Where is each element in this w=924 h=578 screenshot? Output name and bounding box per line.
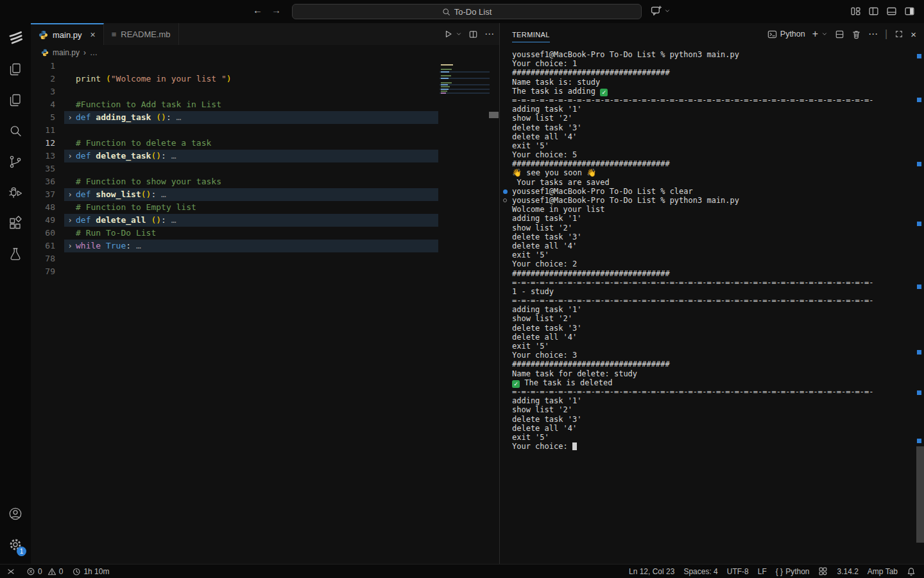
settings-gear-icon[interactable]: 1 <box>0 529 31 560</box>
line-number: 5 <box>31 111 64 124</box>
fold-chevron-icon[interactable]: › <box>64 150 76 162</box>
terminal-line: Your choice: 1 <box>501 59 916 68</box>
terminal-line: Your choice: 2 <box>501 259 916 268</box>
split-editor-icon[interactable] <box>468 30 478 39</box>
terminal-line: exit '5' <box>501 250 916 259</box>
code-line[interactable]: 3 <box>31 85 499 98</box>
terminal-line: Your choice: 5 <box>501 150 916 159</box>
split-terminal-icon[interactable] <box>835 30 844 39</box>
maximize-panel-icon[interactable] <box>894 30 903 39</box>
customize-layout-icon[interactable] <box>850 6 861 17</box>
terminal-line: =-=-=-=-=-=-=-=-=-=-=-=-=-=-=-=-=-=-=-=-… <box>501 296 916 305</box>
terminal-line: delete task '3' <box>501 123 916 132</box>
breadcrumb-file[interactable]: main.py <box>53 48 80 57</box>
amp-tab[interactable]: Amp Tab <box>863 565 902 578</box>
cursor-position[interactable]: Ln 12, Col 23 <box>624 565 679 578</box>
terminal-line: Your choice: <box>501 442 916 451</box>
command-center-search[interactable]: To-Do List <box>292 4 642 19</box>
titlebar: ← → To-Do List <box>0 0 924 23</box>
problems-indicator[interactable]: 0 0 <box>22 565 67 578</box>
terminal-output[interactable]: youssef1@MacBook-Pro To-Do List % python… <box>501 50 916 564</box>
markdown-icon: ≡ <box>112 30 117 39</box>
new-terminal-icon[interactable]: + <box>812 28 818 40</box>
fold-chevron-icon[interactable]: › <box>64 188 76 201</box>
tab-label: README.mb <box>121 30 170 39</box>
close-panel-icon[interactable]: × <box>911 29 916 40</box>
terminal-line: =-=-=-=-=-=-=-=-=-=-=-=-=-=-=-=-=-=-=-=-… <box>501 387 916 396</box>
code-line[interactable]: 2print ("Wolcome in your list ") <box>31 73 499 85</box>
breadcrumb[interactable]: main.py › … <box>31 45 499 60</box>
chat-icon[interactable] <box>651 5 662 16</box>
interpreter-version[interactable]: 3.14.2 <box>832 565 862 578</box>
minimap[interactable] <box>440 62 490 100</box>
code-line[interactable]: 5›def adding_task (): … <box>31 111 499 124</box>
code-line[interactable]: 1 <box>31 60 499 73</box>
terminal-line: show list '2' <box>501 223 916 232</box>
language-mode[interactable]: { } Python <box>771 565 814 578</box>
windsurf-logo-icon[interactable] <box>0 23 31 54</box>
tab-main-py[interactable]: main.py × <box>31 23 104 45</box>
editor-scrollbar[interactable] <box>489 112 499 118</box>
code-line[interactable]: 12# Function to delete a task <box>31 137 499 150</box>
source-control-icon[interactable] <box>0 146 31 177</box>
fold-chevron-icon[interactable]: › <box>64 111 76 124</box>
code-line[interactable]: 60# Run To-Do List <box>31 227 499 240</box>
testing-icon[interactable] <box>0 239 31 270</box>
remote-indicator[interactable] <box>0 565 22 578</box>
terminal-more-icon[interactable]: ⋯ <box>868 28 878 40</box>
toggle-sidebar-icon[interactable] <box>868 6 879 17</box>
tab-terminal[interactable]: TERMINAL <box>512 26 550 42</box>
code-line[interactable]: 78 <box>31 252 499 265</box>
tab-readme-mb[interactable]: ≡ README.mb <box>104 23 179 45</box>
blocks-indicator[interactable] <box>814 565 832 578</box>
terminal-line: ✓ The task is deleted <box>501 378 916 387</box>
line-number: 37 <box>31 188 64 201</box>
explorer-icon[interactable] <box>0 54 31 85</box>
code-line[interactable]: 49›def delete_all (): … <box>31 214 499 227</box>
code-line[interactable]: 48# Function to Empty list <box>31 201 499 214</box>
code-line[interactable]: 61›while True: … <box>31 240 499 252</box>
eol-sequence[interactable]: LF <box>753 565 771 578</box>
forward-arrow-icon[interactable]: → <box>271 4 281 15</box>
run-chevron-down-icon[interactable] <box>456 31 462 37</box>
code-line[interactable]: 13›def delete_task(): … <box>31 150 499 162</box>
code-line[interactable]: 11 <box>31 124 499 137</box>
line-number: 3 <box>31 85 64 98</box>
terminal-dropdown-icon[interactable] <box>821 31 828 37</box>
terminal-line: delete all '4' <box>501 333 916 342</box>
fold-chevron-icon[interactable]: › <box>64 240 76 252</box>
code-editor[interactable]: 12print ("Wolcome in your list ")34#Func… <box>31 60 499 564</box>
run-button[interactable] <box>443 29 453 39</box>
code-line[interactable]: 4#Function to Add task in List <box>31 98 499 111</box>
fold-chevron-icon[interactable]: › <box>64 214 76 227</box>
account-icon[interactable] <box>0 498 31 529</box>
encoding[interactable]: UTF-8 <box>723 565 753 578</box>
terminal-line: delete task '3' <box>501 232 916 241</box>
search-sidebar-icon[interactable] <box>0 116 31 146</box>
extensions-icon[interactable] <box>0 208 31 239</box>
code-line[interactable]: 35 <box>31 162 499 175</box>
kill-terminal-icon[interactable] <box>851 30 861 39</box>
toggle-secondary-sidebar-icon[interactable] <box>904 6 915 17</box>
warning-count: 0 <box>59 567 64 576</box>
terminal-line: ################################## <box>501 159 916 168</box>
back-arrow-icon[interactable]: ← <box>253 4 262 15</box>
notifications-bell[interactable] <box>902 565 920 578</box>
code-line[interactable]: 37›def show_list(): … <box>31 188 499 201</box>
chevron-down-icon[interactable] <box>664 8 671 14</box>
breadcrumb-symbol[interactable]: … <box>90 48 98 57</box>
indentation[interactable]: Spaces: 4 <box>679 565 722 578</box>
toggle-panel-icon[interactable] <box>886 6 897 17</box>
timer-indicator[interactable]: 1h 10m <box>67 565 114 578</box>
errors-icon <box>26 567 35 576</box>
more-actions-icon[interactable]: ⋯ <box>484 28 494 40</box>
terminal-line: ################################## <box>501 269 916 278</box>
code-line[interactable]: 79 <box>31 265 499 278</box>
code-line[interactable]: 36# Function to show your tasks <box>31 175 499 188</box>
files-icon[interactable] <box>0 85 31 116</box>
terminal-profile-button[interactable]: Python <box>767 30 805 39</box>
close-icon[interactable]: × <box>90 30 96 40</box>
run-debug-icon[interactable] <box>0 177 31 208</box>
line-number: 79 <box>31 265 64 278</box>
terminal-scrollbar[interactable] <box>916 446 924 543</box>
